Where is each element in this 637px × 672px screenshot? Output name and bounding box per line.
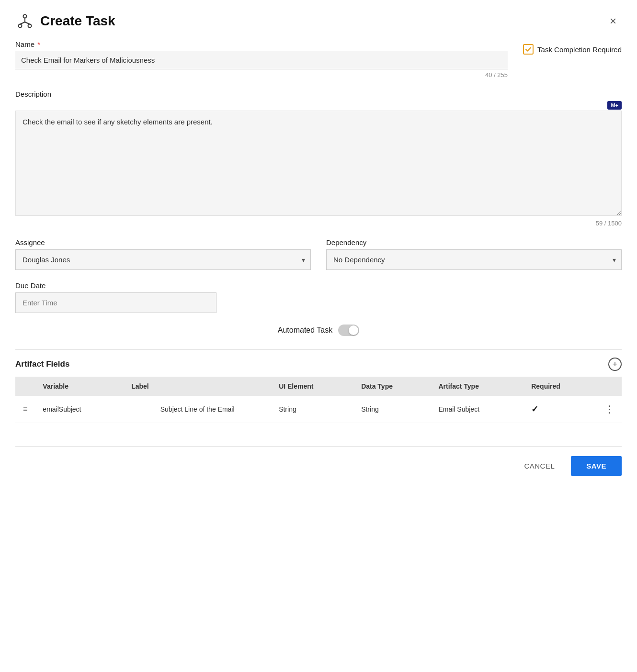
dependency-select[interactable]: No Dependency Other Dependency <box>326 249 622 270</box>
artifact-fields-section: Artifact Fields + Variable Label UI Elem… <box>15 349 622 423</box>
dependency-select-wrapper: No Dependency Other Dependency ▾ <box>326 249 622 270</box>
ui-element-cell: String <box>271 396 353 423</box>
drag-handle-cell[interactable]: ≡ <box>15 396 35 423</box>
artifact-type-value: Email Subject <box>438 405 479 413</box>
ui-element-value: String <box>279 405 296 413</box>
artifact-fields-title: Artifact Fields <box>15 359 69 369</box>
name-char-count: 40 / 255 <box>15 71 508 78</box>
col-actions <box>597 377 622 396</box>
data-type-cell: String <box>353 396 431 423</box>
create-task-modal: Create Task × Name * 40 / 255 Task Compl… <box>0 0 637 672</box>
automated-task-label: Automated Task <box>278 326 332 335</box>
description-label: Description <box>15 90 622 98</box>
svg-line-4 <box>20 22 25 24</box>
close-button[interactable]: × <box>604 12 622 30</box>
required-cell: ✓ <box>523 396 597 423</box>
toggle-knob <box>349 325 358 335</box>
artifact-header: Artifact Fields + <box>15 350 622 377</box>
automated-task-toggle[interactable] <box>338 325 359 336</box>
artifact-table-header-row: Variable Label UI Element Data Type Arti… <box>15 377 622 396</box>
drag-handle-icon[interactable]: ≡ <box>23 405 27 413</box>
description-char-count: 59 / 1500 <box>15 220 622 227</box>
name-label: Name * <box>15 40 508 48</box>
dependency-col: Dependency No Dependency Other Dependenc… <box>326 238 622 270</box>
modal-header: Create Task × <box>15 11 622 31</box>
assignee-col: Assignee Douglas Jones Other User ▾ <box>15 238 311 270</box>
artifact-type-cell: Email Subject <box>431 396 523 423</box>
variable-value: emailSubject <box>43 405 81 413</box>
task-completion-box: Task Completion Required <box>523 44 622 55</box>
task-completion-label: Task Completion Required <box>537 45 622 54</box>
artifact-table-body: ≡ emailSubject Subject Line of the Email… <box>15 396 622 423</box>
row-menu-cell[interactable]: ⋮ <box>597 396 622 423</box>
col-label: Label <box>124 377 271 396</box>
col-required: Required <box>523 377 597 396</box>
name-row: Name * 40 / 255 Task Completion Required <box>15 40 622 78</box>
description-section: Description M+ Check the email to see if… <box>15 90 622 227</box>
col-drag <box>15 377 35 396</box>
assignee-dependency-row: Assignee Douglas Jones Other User ▾ Depe… <box>15 238 622 270</box>
artifact-table: Variable Label UI Element Data Type Arti… <box>15 377 622 423</box>
automated-task-row: Automated Task <box>15 325 622 336</box>
md-badge-container: M+ <box>15 101 622 110</box>
markdown-badge: M+ <box>607 101 622 110</box>
due-date-section: Due Date <box>15 281 622 313</box>
dependency-label: Dependency <box>326 238 622 246</box>
assignee-select[interactable]: Douglas Jones Other User <box>15 249 311 270</box>
col-variable: Variable <box>35 377 124 396</box>
due-date-label: Due Date <box>15 281 622 290</box>
description-textarea[interactable]: Check the email to see if any sketchy el… <box>15 111 622 216</box>
name-input[interactable] <box>15 51 508 69</box>
required-checkmark: ✓ <box>531 404 538 414</box>
save-button[interactable]: SAVE <box>571 456 622 476</box>
title-row: Create Task <box>15 11 115 31</box>
label-value: Subject Line of the Email <box>160 405 235 413</box>
svg-line-5 <box>25 22 30 24</box>
row-menu-icon[interactable]: ⋮ <box>604 404 614 414</box>
modal-title: Create Task <box>40 13 115 29</box>
col-artifact-type: Artifact Type <box>431 377 523 396</box>
assignee-select-wrapper: Douglas Jones Other User ▾ <box>15 249 311 270</box>
svg-point-1 <box>19 24 22 28</box>
variable-cell: emailSubject <box>35 396 124 423</box>
cancel-button[interactable]: CANCEL <box>515 457 563 475</box>
due-date-input[interactable] <box>15 292 216 313</box>
name-field-wrapper: Name * 40 / 255 <box>15 40 508 78</box>
task-completion-checkbox[interactable] <box>523 44 534 55</box>
assignee-label: Assignee <box>15 238 311 246</box>
task-icon <box>15 11 34 31</box>
artifact-table-header: Variable Label UI Element Data Type Arti… <box>15 377 622 396</box>
col-ui-element: UI Element <box>271 377 353 396</box>
modal-footer: CANCEL SAVE <box>15 446 622 476</box>
svg-point-0 <box>23 15 27 18</box>
table-row: ≡ emailSubject Subject Line of the Email… <box>15 396 622 423</box>
add-artifact-button[interactable]: + <box>608 358 622 371</box>
label-cell: Subject Line of the Email <box>124 396 271 423</box>
task-completion-inner[interactable]: Task Completion Required <box>523 44 622 55</box>
col-data-type: Data Type <box>353 377 431 396</box>
svg-point-2 <box>28 24 32 28</box>
data-type-value: String <box>361 405 379 413</box>
